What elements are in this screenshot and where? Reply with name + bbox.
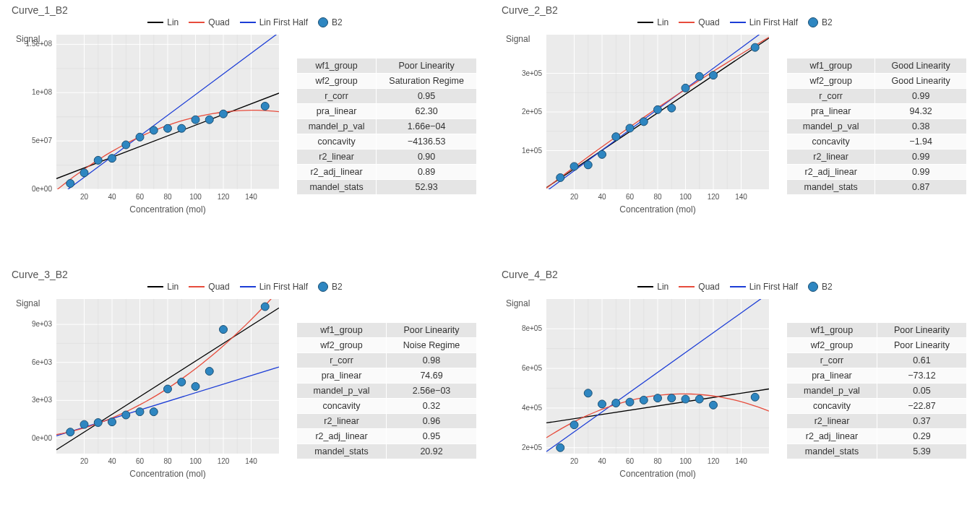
- svg-point-164: [570, 420, 578, 428]
- chart-svg: 204060801001201400e+003e+036e+039e+03Con…: [12, 293, 286, 481]
- svg-text:40: 40: [598, 193, 606, 201]
- svg-text:80: 80: [163, 193, 172, 201]
- plot-area: 204060801001201400e+003e+036e+039e+03Con…: [12, 293, 286, 481]
- svg-point-125: [205, 367, 213, 375]
- svg-text:40: 40: [598, 457, 606, 465]
- svg-text:100: 100: [189, 193, 202, 201]
- svg-text:60: 60: [136, 193, 145, 201]
- svg-point-24: [94, 156, 102, 164]
- table-row: r_corr0.61: [787, 352, 967, 368]
- svg-point-115: [66, 428, 74, 436]
- svg-text:8e+05: 8e+05: [522, 324, 543, 332]
- table-row: r2_linear0.99: [787, 150, 967, 165]
- svg-point-71: [598, 150, 606, 158]
- svg-text:6e+05: 6e+05: [522, 364, 543, 372]
- svg-text:20: 20: [80, 193, 89, 201]
- chart-svg: 204060801001201402e+054e+056e+058e+05Con…: [502, 293, 776, 481]
- table-row: r_corr0.98: [297, 352, 477, 368]
- svg-text:1e+05: 1e+05: [522, 147, 543, 155]
- legend-series: B2: [808, 17, 833, 27]
- table-row: wf2_groupNoise Regime: [297, 337, 477, 352]
- svg-point-29: [164, 124, 172, 132]
- table-row: concavity−1.94: [787, 134, 967, 150]
- svg-text:60: 60: [136, 457, 145, 465]
- legend-series: B2: [318, 17, 343, 27]
- svg-point-127: [261, 303, 269, 311]
- svg-point-30: [178, 124, 186, 132]
- svg-point-32: [205, 116, 213, 124]
- svg-point-76: [668, 104, 676, 112]
- table-row: concavity−4136.53: [297, 134, 477, 150]
- table-row: pra_linear−73.12: [787, 368, 967, 383]
- svg-text:Concentration (mol): Concentration (mol): [129, 204, 205, 215]
- legend-series: B2: [808, 282, 833, 292]
- svg-point-33: [220, 110, 228, 118]
- stats-table: wf1_groupPoor Linearitywf2_groupNoise Re…: [296, 322, 477, 459]
- svg-text:3e+03: 3e+03: [32, 396, 53, 404]
- svg-text:100: 100: [189, 457, 202, 465]
- svg-point-75: [654, 105, 662, 113]
- legend: Lin Quad Lin First Half B2: [12, 282, 478, 292]
- panel-c1: Curve_1_B2 Lin Quad Lin First Half B2 20…: [0, 0, 490, 264]
- plot-area: 204060801001201402e+054e+056e+058e+05Con…: [502, 293, 776, 481]
- table-row: r_corr0.99: [787, 89, 967, 104]
- plot-area: 204060801001201401e+052e+053e+05Concentr…: [502, 29, 776, 217]
- table-row: r2_linear0.96: [297, 413, 477, 428]
- svg-point-172: [682, 395, 689, 403]
- stats-table: wf1_groupGood Linearitywf2_groupGood Lin…: [786, 58, 967, 195]
- table-row: r2_linear0.90: [297, 150, 477, 165]
- svg-text:2e+05: 2e+05: [522, 443, 543, 451]
- svg-text:140: 140: [735, 457, 747, 465]
- svg-text:60: 60: [626, 193, 635, 201]
- svg-point-166: [598, 399, 606, 407]
- legend-series: B2: [318, 282, 343, 292]
- svg-text:4e+05: 4e+05: [522, 403, 543, 411]
- legend: Lin Quad Lin First Half B2: [502, 17, 968, 27]
- svg-point-79: [710, 72, 718, 79]
- svg-point-126: [220, 325, 228, 333]
- svg-point-124: [192, 382, 199, 390]
- svg-text:0e+00: 0e+00: [32, 433, 53, 441]
- svg-point-31: [192, 116, 199, 124]
- svg-point-26: [122, 141, 130, 149]
- table-row: mandel_stats52.93: [297, 180, 477, 195]
- svg-text:Signal: Signal: [16, 34, 40, 44]
- legend-quad: Quad: [679, 17, 719, 27]
- table-row: mandel_stats5.39: [787, 443, 967, 459]
- svg-point-167: [612, 399, 620, 407]
- svg-point-73: [626, 124, 634, 132]
- svg-point-78: [695, 72, 703, 80]
- svg-text:0e+00: 0e+00: [32, 185, 53, 193]
- table-row: wf1_groupPoor Linearity: [787, 322, 967, 337]
- legend-quad: Quad: [679, 282, 719, 292]
- svg-point-28: [150, 126, 158, 134]
- svg-point-165: [584, 389, 592, 397]
- svg-text:3e+05: 3e+05: [522, 69, 543, 77]
- svg-point-168: [626, 398, 634, 406]
- legend: Lin Quad Lin First Half B2: [502, 282, 968, 292]
- svg-point-23: [80, 169, 88, 177]
- table-row: wf2_groupPoor Linearity: [787, 337, 967, 352]
- svg-text:1e+08: 1e+08: [32, 88, 53, 96]
- svg-point-170: [654, 394, 662, 402]
- svg-point-122: [164, 385, 172, 393]
- svg-point-116: [80, 420, 88, 428]
- chart-svg: 204060801001201400e+005e+071e+081.5e+08C…: [12, 29, 286, 217]
- table-row: mandel_p_val0.38: [787, 119, 967, 134]
- legend: Lin Quad Lin First Half B2: [12, 17, 478, 27]
- svg-text:120: 120: [708, 457, 720, 465]
- svg-point-68: [556, 173, 564, 181]
- table-row: concavity0.32: [297, 398, 477, 413]
- svg-text:120: 120: [218, 457, 230, 465]
- svg-text:100: 100: [679, 457, 692, 465]
- svg-point-123: [178, 378, 186, 386]
- panel-title: Curve_2_B2: [502, 4, 968, 16]
- svg-point-163: [556, 443, 564, 451]
- table-row: pra_linear74.69: [297, 368, 477, 383]
- legend-half: Lin First Half: [240, 282, 308, 292]
- svg-text:80: 80: [653, 193, 662, 201]
- table-row: wf2_groupSaturation Regime: [297, 74, 477, 89]
- table-row: wf1_groupPoor Linearity: [297, 59, 477, 74]
- legend-lin: Lin: [147, 17, 179, 27]
- svg-point-72: [612, 133, 620, 141]
